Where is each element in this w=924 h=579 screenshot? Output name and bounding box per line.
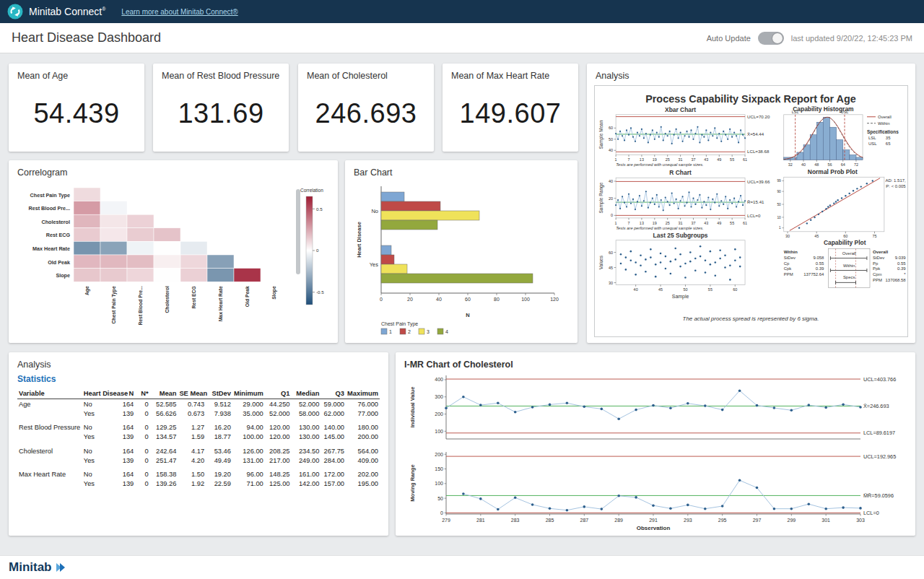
svg-text:50: 50 — [777, 203, 781, 206]
svg-text:55: 55 — [730, 157, 734, 162]
svg-text:295: 295 — [718, 518, 727, 523]
svg-text:LSL: LSL — [792, 110, 799, 114]
svg-text:60: 60 — [609, 126, 613, 130]
svg-text:99: 99 — [777, 179, 781, 183]
svg-text:1: 1 — [615, 221, 617, 225]
svg-text:Pp: Pp — [873, 261, 879, 266]
auto-update-toggle[interactable] — [758, 32, 784, 45]
stats-row: Yes1390134.571.5918.77100.00120.00130.00… — [17, 432, 380, 442]
imr-chart-card: I-MR Chart of Cholesterol 100200300400UC… — [396, 352, 915, 536]
svg-text:285: 285 — [546, 518, 554, 523]
svg-text:PPM: PPM — [873, 278, 882, 282]
svg-text:0: 0 — [440, 510, 443, 515]
svg-text:Cp: Cp — [784, 261, 790, 266]
stats-col-header: Maximum — [346, 388, 380, 399]
svg-text:49: 49 — [717, 221, 721, 225]
svg-text:LCL=38.68: LCL=38.68 — [747, 149, 770, 154]
stats-col-header: StDev — [206, 388, 232, 399]
minitab-logo[interactable]: Minitab — [9, 560, 68, 575]
svg-text:45: 45 — [609, 266, 613, 270]
svg-text:StDev: StDev — [873, 256, 884, 260]
kpi-card-mean-max-hr: Mean of Max Heart Rate 149.607 — [443, 64, 578, 152]
statistics-link[interactable]: Statistics — [17, 374, 56, 384]
svg-text:AD: 1.517,: AD: 1.517, — [886, 178, 906, 183]
svg-text:10: 10 — [777, 216, 781, 219]
svg-text:13: 13 — [640, 157, 644, 162]
statistics-card: Analysis Statistics VariableHeart Diseas… — [9, 352, 388, 536]
svg-text:Chest Pain Type: Chest Pain Type — [381, 321, 418, 327]
svg-text:UCL=403.766: UCL=403.766 — [863, 376, 896, 383]
correlogram-scrollbar[interactable] — [296, 189, 300, 274]
svg-text:279: 279 — [442, 518, 450, 523]
svg-text:USL: USL — [841, 110, 849, 114]
svg-text:Correlation: Correlation — [300, 188, 323, 193]
minitab-connect-logo-icon[interactable] — [7, 4, 23, 19]
svg-text:90: 90 — [777, 190, 781, 193]
svg-text:150: 150 — [435, 466, 443, 471]
correlogram-heatmap: Chest Pain TypeRest Blood Pre...Choleste… — [14, 183, 332, 339]
svg-text:Age: Age — [84, 286, 90, 295]
topbar: Minitab Connect® Learn more about Minita… — [0, 0, 924, 23]
svg-text:40: 40 — [436, 297, 442, 302]
svg-text:Chest Pain Type: Chest Pain Type — [30, 192, 70, 199]
svg-text:X̄=246.693: X̄=246.693 — [863, 403, 889, 409]
page-title: Heart Disease Dashboard — [12, 30, 161, 45]
kpi-label: Mean of Age — [9, 64, 144, 81]
minitab-logo-text: Minitab — [9, 560, 52, 575]
svg-text:303: 303 — [856, 518, 865, 523]
stats-row: Rest Blood PressureNo1640129.251.2716.20… — [17, 418, 380, 432]
svg-text:Observation: Observation — [637, 525, 671, 531]
svg-text:287: 287 — [580, 518, 588, 523]
svg-text:Specs: Specs — [843, 275, 855, 279]
svg-text:Xbar Chart: Xbar Chart — [665, 106, 696, 113]
svg-text:40: 40 — [634, 287, 638, 292]
stats-col-header: Q3 — [321, 388, 346, 399]
svg-text:StDev: StDev — [784, 256, 796, 260]
stats-row: Yes139056.6260.6737.93835.00052.00058.00… — [17, 409, 380, 418]
stats-row: CholesterolNo1640242.644.1753.46126.0020… — [17, 442, 380, 456]
svg-text:Within: Within — [878, 121, 890, 126]
card-title: I-MR Chart of Cholesterol — [396, 352, 915, 370]
svg-text:UCL=192.965: UCL=192.965 — [863, 453, 896, 460]
svg-text:Rest Blood Pre...: Rest Blood Pre... — [138, 286, 143, 325]
svg-text:0.39: 0.39 — [897, 266, 906, 271]
svg-text:Within: Within — [784, 249, 798, 254]
svg-text:19: 19 — [653, 157, 657, 162]
svg-text:Moving Range: Moving Range — [409, 464, 416, 501]
svg-text:25: 25 — [666, 157, 670, 162]
svg-text:72: 72 — [854, 162, 858, 167]
svg-text:UCL=70.20: UCL=70.20 — [747, 114, 770, 119]
kpi-label: Mean of Rest Blood Pressure — [153, 64, 289, 81]
svg-text:55: 55 — [708, 287, 712, 292]
kpi-value: 149.607 — [443, 98, 578, 129]
svg-text:X̄=54.44: X̄=54.44 — [747, 131, 764, 136]
svg-text:50: 50 — [683, 287, 687, 292]
svg-text:2: 2 — [408, 329, 411, 334]
svg-text:Rest Blood Pre...: Rest Blood Pre... — [28, 205, 70, 212]
svg-text:7: 7 — [628, 221, 630, 225]
svg-text:45: 45 — [814, 234, 819, 238]
svg-text:1: 1 — [779, 226, 781, 230]
svg-text:LCL=0: LCL=0 — [863, 510, 879, 516]
svg-text:43: 43 — [704, 157, 708, 162]
card-title: Correlogram — [9, 160, 338, 178]
svg-text:The actual process spread is r: The actual process spread is represented… — [683, 315, 819, 322]
svg-text:283: 283 — [511, 518, 520, 523]
svg-text:60: 60 — [609, 251, 613, 255]
svg-text:31: 31 — [679, 157, 683, 162]
card-title: Analysis — [587, 64, 915, 81]
svg-text:40: 40 — [609, 179, 613, 183]
svg-text:0: 0 — [611, 213, 613, 217]
svg-text:P: < 0.005: P: < 0.005 — [886, 184, 906, 188]
svg-text:Cholesterol: Cholesterol — [41, 219, 70, 225]
svg-text:1: 1 — [389, 329, 392, 334]
svg-text:Chest Pain Type: Chest Pain Type — [111, 286, 117, 324]
stats-col-header: Variable — [17, 388, 82, 399]
minitab-flag-icon — [55, 562, 68, 573]
svg-text:40: 40 — [801, 162, 806, 167]
last-updated-text: last updated 9/20/22, 12:45:23 PM — [791, 34, 912, 43]
stats-col-header: N* — [135, 388, 149, 399]
svg-text:400: 400 — [435, 377, 443, 382]
learn-more-link[interactable]: Learn more about Minitab Connect® — [121, 8, 237, 16]
svg-text:Rest ECG: Rest ECG — [46, 232, 71, 238]
